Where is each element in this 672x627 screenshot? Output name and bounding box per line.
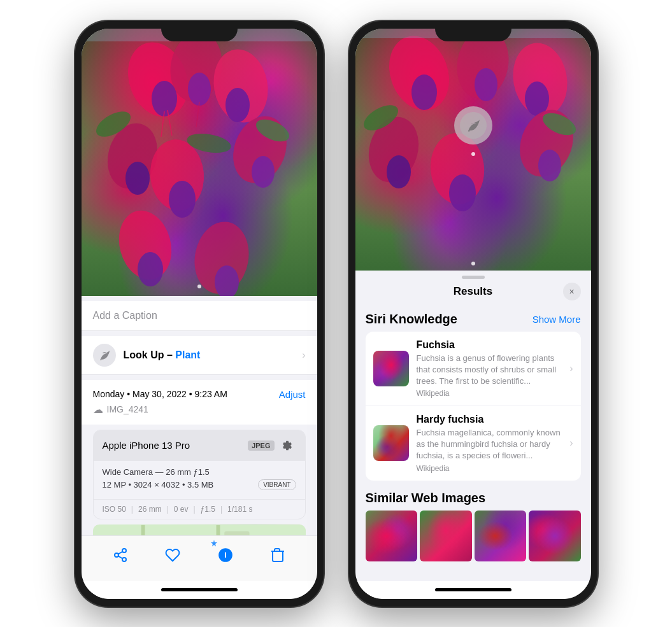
fuchsia-chevron: › [569,363,573,374]
focal-length: 26 mm [138,505,162,514]
similar-image-1[interactable] [366,511,418,561]
similar-image-4[interactable] [529,511,581,561]
knowledge-card: Fuchsia Fuchsia is a genus of flowering … [366,332,581,481]
caption-area[interactable]: Add a Caption [82,301,317,331]
gear-icon [282,440,293,451]
hardy-text: Hardy fuchsia Fuchsia magellanica, commo… [417,414,562,473]
similar-image-3[interactable] [475,511,527,561]
delete-button[interactable] [264,541,292,569]
camera-name: Apple iPhone 13 Pro [103,440,190,451]
svg-point-10 [169,181,196,218]
results-content[interactable]: Siri Knowledge Show More Fuchsia Fuchsia… [355,304,591,581]
results-header: Results × [355,279,591,304]
svg-point-43 [449,174,476,211]
svg-point-3 [152,81,177,116]
exif-row: ISO 50 | 26 mm | 0 ev | ƒ1.5 | 1/181 s [94,499,305,519]
svg-point-42 [387,155,411,188]
svg-point-5 [225,88,250,122]
file-row: ☁ IMG_4241 [93,404,306,416]
fuchsia-item[interactable]: Fuchsia Fuchsia is a genus of flowering … [366,332,581,407]
flower-svg [82,29,317,296]
lookup-icon [93,344,116,367]
date-text: Monday • May 30, 2022 • 9:23 AM [93,389,227,399]
similar-title: Similar Web Images [366,491,486,505]
info-icon: i [217,547,234,563]
svg-text:i: i [224,550,227,560]
right-phone: Results × Siri Knowledge Show More [349,21,597,607]
leaf-icon [98,349,111,362]
sparkle-icon [210,540,218,547]
wide-camera-row: Wide Camera — 26 mm ƒ1.5 [103,467,296,477]
hardy-thumb-image [373,425,409,461]
lookup-label: Look Up – Plant [124,349,201,361]
home-bar [161,588,238,591]
jpeg-badge: JPEG [248,440,274,451]
page-indicator [197,285,201,288]
date-row: Monday • May 30, 2022 • 9:23 AM Adjust [93,389,306,400]
right-flower-svg [355,29,591,271]
svg-point-20 [138,252,163,286]
lookup-chevron: › [302,349,305,361]
exposure: 0 ev [174,505,189,514]
right-page-indicator [471,262,475,265]
right-photo-area [355,29,591,271]
fuchsia-source: Wikipedia [417,389,562,398]
similar-header: Similar Web Images [366,491,581,505]
cloud-icon: ☁ [93,404,103,416]
hardy-source: Wikipedia [417,464,562,473]
svg-point-36 [411,74,437,110]
svg-rect-30 [224,531,249,535]
detail-area[interactable]: Add a Caption Look Up – Plant › Monday •… [82,296,317,535]
siri-knowledge-header: Siri Knowledge Show More [366,312,581,327]
favorite-button[interactable] [159,541,187,569]
camera-details: Wide Camera — 26 mm ƒ1.5 12 MP • 3024 × … [94,461,305,499]
info-button[interactable]: i [211,541,239,569]
fuchsia-thumb [373,351,409,386]
settings-icon-btn[interactable] [278,437,296,454]
right-home-indicator [355,581,591,599]
filename: IMG_4241 [107,404,148,414]
svg-point-9 [125,162,150,195]
siri-orb [454,106,492,144]
svg-point-44 [538,150,561,181]
hardy-chevron: › [569,437,573,449]
camera-header: Apple iPhone 13 Pro JPEG [94,430,305,461]
photo-info-section: Monday • May 30, 2022 • 9:23 AM Adjust ☁… [82,380,317,425]
results-sheet: Results × Siri Knowledge Show More [355,271,591,581]
hardy-name: Hardy fuchsia [417,414,562,425]
siri-knowledge-title: Siri Knowledge [366,312,457,327]
home-indicator [82,581,317,599]
caption-placeholder[interactable]: Add a Caption [93,310,157,321]
adjust-button[interactable]: Adjust [279,389,306,400]
right-home-bar [435,588,511,591]
svg-rect-24 [93,525,306,535]
left-screen: Add a Caption Look Up – Plant › Monday •… [82,29,317,599]
svg-rect-47 [355,29,591,38]
leaf-siri-icon [466,118,481,133]
right-screen: Results × Siri Knowledge Show More [355,29,591,599]
show-more-button[interactable]: Show More [533,314,581,325]
aperture: ƒ1.5 [201,505,215,514]
lookup-row[interactable]: Look Up – Plant › [82,336,317,375]
svg-rect-22 [82,29,317,41]
similar-image-2[interactable] [420,511,472,561]
share-button[interactable] [106,541,134,569]
resolution-row: 12 MP • 3024 × 4032 • 3.5 MB VIBRANT [103,479,296,490]
shutter-speed: 1/181 s [227,505,252,514]
hardy-fuchsia-item[interactable]: Hardy fuchsia Fuchsia magellanica, commo… [366,406,581,481]
fuchsia-text: Fuchsia Fuchsia is a genus of flowering … [417,339,562,398]
results-title: Results [454,285,492,298]
svg-point-4 [188,73,211,106]
close-button[interactable]: × [563,283,581,300]
camera-section: Apple iPhone 13 Pro JPEG Wide Camer [93,430,306,519]
map-preview[interactable] [93,525,306,535]
similar-section: Similar Web Images [366,491,581,561]
map-svg [93,525,306,535]
trash-icon [271,547,285,563]
fuchsia-thumb-image [373,351,409,386]
heart-icon [165,547,180,563]
svg-point-11 [252,156,275,188]
hardy-desc: Fuchsia magellanica, commonly known as t… [417,427,562,462]
photo-area[interactable] [82,29,317,296]
similar-images-row[interactable] [366,511,581,561]
